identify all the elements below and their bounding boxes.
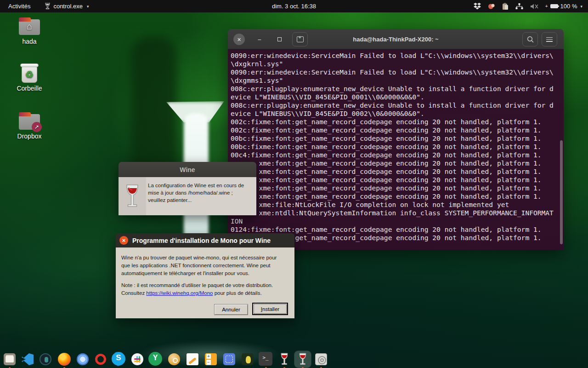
new-tab-icon — [297, 36, 304, 42]
network-icon[interactable] — [515, 3, 523, 10]
dock-item-chromium[interactable] — [74, 351, 91, 368]
search-icon — [527, 36, 534, 43]
terminal-line: xme:font:get_name_record_codepage encodi… — [231, 176, 564, 184]
game-icon — [241, 352, 254, 366]
dropbox-icon[interactable] — [474, 3, 481, 10]
dock-item-wine-control[interactable] — [294, 351, 311, 368]
desktop-icon-label: Corbeille — [11, 85, 47, 92]
volume-muted-icon[interactable] — [530, 3, 538, 10]
mono-note-line: Consultez https://wiki.winehq.org/Mono p… — [121, 289, 288, 297]
mono-paragraph-line: que les applications .NET fonctionnent c… — [121, 262, 288, 270]
dock-item-calculator[interactable] — [203, 351, 219, 368]
terminal-line: evice L"WINEBUS\\VID_845E&PID_0001\\0&00… — [231, 93, 564, 101]
terminal-titlebar[interactable]: hada@hada-ThinkPad-X200: ~ × − — [228, 29, 564, 49]
top-bar: Activités control.exe ▾ dim. 3 oct. 16:3… — [0, 0, 588, 12]
dropbox-folder-icon: ↗ — [18, 111, 41, 131]
skype-icon: S — [112, 352, 125, 366]
mono-paragraph-line: Wine n'a pu trouver de paquet wine-mono,… — [121, 254, 288, 262]
dock-item-dark-circle-app[interactable] — [37, 351, 54, 368]
dock-item-slack[interactable] — [129, 351, 146, 368]
app-menu-label: control.exe — [53, 3, 83, 10]
terminal-line: xme:font:get_name_record_codepage encodi… — [231, 159, 564, 167]
terminal-line: \dxgkrnl.sys" — [231, 60, 564, 68]
terminal-line: xme:font:get_name_record_codepage encodi… — [231, 192, 564, 201]
close-button[interactable]: × — [119, 236, 128, 245]
winecfg-icon — [314, 352, 328, 366]
slack-icon — [130, 352, 144, 366]
wine-glass-icon — [280, 353, 289, 366]
note-prefix: Consultez — [121, 290, 146, 296]
dock-item-opera[interactable] — [92, 351, 109, 368]
desktop-icon-label: hada — [11, 38, 47, 45]
vscode-icon — [21, 352, 34, 366]
chevron-down-icon: ▾ — [580, 4, 582, 9]
dock-item-skype[interactable]: S — [111, 351, 127, 368]
dock-item-terminal[interactable]: >_ — [258, 351, 274, 368]
dock-item-game[interactable] — [239, 351, 256, 368]
terminal-line: 0090:err:winedevice:ServiceMain Failed t… — [231, 68, 564, 76]
mono-paragraph-line: automatiquement le télécharger et l'inst… — [121, 270, 288, 277]
mono-note-line: Note : il est recommandé d'utiliser le p… — [121, 282, 288, 289]
dock-item-winecfg[interactable] — [313, 351, 329, 368]
app-menu-button[interactable]: control.exe ▾ — [45, 3, 89, 10]
battery-indicator[interactable]: + 100 % ▾ — [545, 3, 582, 10]
house-glyph: ⌂ — [18, 21, 41, 32]
desktop-icon-hada[interactable]: ⌂ hada — [11, 17, 47, 45]
recycle-glyph: ♻ — [18, 69, 41, 80]
dock-item-wine[interactable] — [276, 351, 293, 368]
dock-item-y-app[interactable]: Y — [147, 351, 164, 368]
battery-label: 100 % — [560, 3, 577, 10]
maximize-button[interactable] — [274, 34, 285, 45]
link-emblem-icon: ↗ — [32, 122, 42, 132]
mono-dialog-titlebar[interactable]: × Programme d'installation de Mono pour … — [116, 233, 294, 247]
battery-icon — [550, 4, 558, 8]
minimize-button[interactable]: − — [254, 34, 265, 45]
dock-item-backup[interactable] — [166, 351, 182, 368]
close-button[interactable]: × — [233, 34, 245, 45]
new-tab-button[interactable] — [292, 32, 308, 46]
terminal-line: 0090:err:winedevice:ServiceMain Failed t… — [231, 52, 564, 60]
dock-item-vscode[interactable] — [19, 351, 36, 368]
terminal-line: evice L"WINEBUS\\VID_845E&PID_0002\\0&00… — [231, 109, 564, 118]
dark-circle-app-icon — [39, 352, 52, 366]
text-editor-icon — [186, 352, 199, 366]
hamburger-icon — [546, 37, 553, 42]
desktop-icon-corbeille[interactable]: ♻ Corbeille — [11, 63, 47, 92]
activities-button[interactable]: Activités — [6, 2, 33, 11]
desktop-icon-dropbox[interactable]: ↗ Dropbox — [11, 111, 47, 140]
terminal-line: xme:ntdll:NtQuerySystemInformation info_… — [231, 209, 564, 217]
mono-dialog-title: Programme d'installation de Mono pour Wi… — [132, 237, 271, 244]
chevron-down-icon: ▾ — [87, 4, 89, 9]
install-button[interactable]: Installer — [252, 303, 288, 315]
desktop-icon-label: Dropbox — [11, 132, 47, 140]
dock: S Y >_ — [0, 350, 588, 368]
home-folder-icon: ⌂ — [18, 17, 41, 36]
wine-dialog-message: mise à jour dans /home/hada/.wine ; — [148, 189, 253, 196]
terminal-line: 008c:err:plugplay:enumerate_new_device U… — [231, 101, 564, 109]
wine-dialog-titlebar[interactable]: Wine — [119, 162, 256, 177]
dock-item-files[interactable] — [1, 351, 18, 368]
firefox-icon — [57, 352, 71, 366]
clock-button[interactable]: dim. 3 oct. 16:38 — [272, 0, 316, 12]
dock-item-screenshot[interactable] — [221, 351, 237, 368]
notification-icon[interactable] — [488, 3, 495, 10]
calculator-icon — [204, 352, 218, 366]
note-suffix: pour plus de détails. — [213, 290, 261, 296]
focus-outline — [254, 305, 286, 313]
dock-item-text-editor[interactable] — [184, 351, 201, 368]
terminal-scrollbar[interactable] — [560, 140, 563, 244]
trash-icon: ♻ — [18, 63, 41, 83]
system-tray: + 100 % ▾ — [474, 0, 588, 12]
mono-dialog-paragraph: Wine n'a pu trouver de paquet wine-mono,… — [121, 254, 288, 277]
cancel-button[interactable]: Annuler — [214, 304, 248, 315]
terminal-output: 0090:err:winedevice:ServiceMain Failed t… — [228, 49, 564, 250]
terminal-line: xme:font:get_name_record_codepage encodi… — [231, 184, 564, 192]
terminal-line: xme:file:NtLockFile I/O completion on lo… — [231, 201, 564, 209]
dock-item-firefox[interactable] — [56, 351, 73, 368]
menu-button[interactable] — [542, 32, 557, 46]
search-button[interactable] — [522, 32, 538, 46]
clipboard-icon[interactable] — [502, 3, 509, 10]
y-app-icon: Y — [148, 352, 162, 366]
terminal-line: 002c:fixme:font:get_name_record_codepage… — [231, 118, 564, 126]
winehq-mono-link[interactable]: https://wiki.winehq.org/Mono — [146, 290, 213, 296]
